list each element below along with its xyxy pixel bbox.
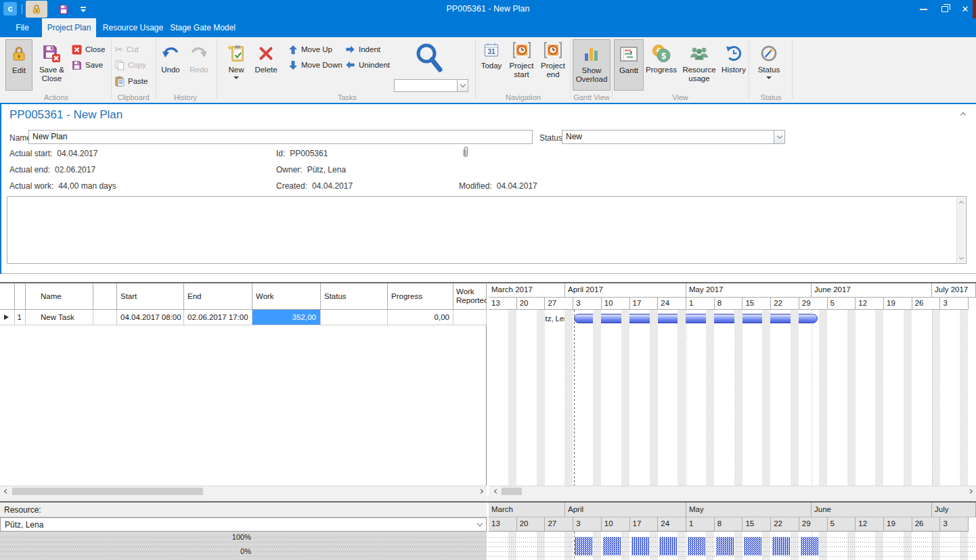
clipboard-group-label: Clipboard bbox=[112, 93, 154, 101]
gantt-task-bar[interactable] bbox=[574, 314, 818, 323]
delete-task-button[interactable]: Delete bbox=[250, 39, 282, 91]
scrollbar-thumb[interactable] bbox=[12, 488, 203, 495]
arrow-left-icon bbox=[346, 60, 355, 70]
restore-button[interactable] bbox=[935, 0, 954, 18]
description-textarea[interactable] bbox=[7, 196, 967, 264]
redo-label: Redo bbox=[190, 66, 208, 74]
header-start[interactable]: Start bbox=[117, 283, 184, 310]
resource-combobox-dropdown[interactable] bbox=[474, 523, 486, 526]
gantt-button[interactable]: Gantt bbox=[614, 39, 644, 91]
navigation-group-label: Navigation bbox=[478, 93, 569, 101]
gantt-horizontal-scrollbar[interactable] bbox=[489, 486, 976, 496]
copy-icon bbox=[115, 60, 125, 70]
project-end-button[interactable]: Project end bbox=[538, 41, 568, 80]
gantt-view-group-label: Gantt View bbox=[571, 93, 612, 101]
status-combobox[interactable]: New bbox=[562, 130, 785, 144]
header-work[interactable]: Work bbox=[252, 283, 321, 310]
scroll-right-arrow[interactable] bbox=[964, 486, 975, 496]
search-button[interactable] bbox=[412, 41, 447, 76]
history-clock-icon bbox=[725, 43, 742, 64]
history-group-label: History bbox=[157, 93, 214, 101]
search-combobox[interactable] bbox=[394, 79, 468, 92]
scroll-right-arrow[interactable] bbox=[475, 486, 486, 496]
search-combobox-dropdown[interactable] bbox=[457, 80, 468, 91]
minimize-button[interactable] bbox=[914, 0, 933, 18]
today-label: Today bbox=[481, 62, 502, 70]
tab-file[interactable]: File bbox=[5, 18, 39, 37]
cell-work-selected[interactable]: 352,00 bbox=[252, 310, 321, 325]
show-overload-button[interactable]: Show Overload bbox=[573, 39, 611, 91]
actual-end-label: Actual end: bbox=[9, 165, 50, 174]
cell-status[interactable] bbox=[321, 310, 388, 325]
row-selector[interactable] bbox=[0, 310, 15, 325]
resource-week-cell: 19 bbox=[884, 517, 912, 532]
resource-month-cell: June bbox=[812, 503, 932, 517]
cell-work-reported[interactable] bbox=[453, 310, 487, 325]
tab-project-plan[interactable]: Project Plan bbox=[42, 18, 96, 37]
scroll-left-arrow[interactable] bbox=[491, 486, 502, 496]
save-button[interactable]: Save bbox=[70, 57, 108, 72]
new-task-button[interactable]: New bbox=[223, 39, 249, 91]
table-horizontal-scrollbar[interactable] bbox=[0, 486, 487, 496]
attachment-paperclip-icon[interactable] bbox=[461, 146, 469, 160]
axis-label-100: 100% bbox=[230, 533, 253, 541]
resource-combobox[interactable]: Pütz, Lena bbox=[0, 517, 487, 532]
weekend-stripe bbox=[564, 310, 573, 486]
cell-progress[interactable]: 0,00 bbox=[388, 310, 453, 325]
tab-resource-usage[interactable]: Resource Usage bbox=[102, 18, 164, 37]
resource-week-cell: 27 bbox=[545, 517, 573, 532]
modified-field: Modified: 04.04.2017 bbox=[459, 181, 537, 191]
status-label: Status bbox=[758, 66, 780, 74]
status-combobox-dropdown[interactable] bbox=[774, 131, 784, 143]
cell-name[interactable]: New Task bbox=[26, 310, 93, 325]
header-icon-col[interactable] bbox=[93, 283, 117, 310]
gantt-month-cell: May 2017 bbox=[686, 283, 812, 298]
paste-button[interactable]: Paste bbox=[114, 74, 153, 89]
save-and-close-button[interactable]: Save & Close bbox=[35, 39, 68, 91]
header-status[interactable]: Status bbox=[321, 283, 388, 310]
allocation-bar bbox=[603, 537, 621, 555]
header-end[interactable]: End bbox=[184, 283, 252, 310]
name-input[interactable]: New Plan bbox=[28, 130, 533, 144]
month-gridline bbox=[812, 310, 812, 486]
cell-icon[interactable] bbox=[93, 310, 117, 325]
gantt-chart-area[interactable]: Pütz, Lena bbox=[489, 310, 976, 486]
gantt-bar-resource-label: Pütz, Lena bbox=[489, 314, 572, 323]
scroll-up-arrow[interactable] bbox=[957, 197, 966, 206]
status-button[interactable]: Status bbox=[753, 39, 785, 91]
move-down-button[interactable]: Move Down bbox=[287, 57, 344, 72]
close-window-button[interactable]: ✕ bbox=[956, 0, 975, 18]
header-progress[interactable]: Progress bbox=[388, 283, 453, 310]
delete-icon bbox=[258, 43, 274, 64]
unindent-button[interactable]: Unindent bbox=[344, 57, 394, 72]
scroll-down-arrow[interactable] bbox=[957, 254, 966, 262]
gantt-week-cell: 8 bbox=[715, 298, 743, 310]
cell-end[interactable]: 02.06.2017 17:00 bbox=[184, 310, 252, 325]
header-name[interactable]: Name bbox=[26, 283, 93, 310]
project-start-button[interactable]: Project start bbox=[506, 41, 537, 80]
redo-button[interactable]: Redo bbox=[185, 39, 213, 91]
copy-button[interactable]: Copy bbox=[114, 57, 153, 72]
header-work-reported[interactable]: Work Reported bbox=[453, 283, 487, 310]
tab-stage-gate-model[interactable]: Stage Gate Model bbox=[170, 18, 236, 37]
move-up-button[interactable]: Move Up bbox=[287, 42, 344, 57]
edit-button[interactable]: Edit bbox=[5, 39, 32, 91]
created-label: Created: bbox=[276, 181, 307, 191]
gantt-week-cell: 29 bbox=[799, 298, 828, 310]
today-button[interactable]: 31 Today bbox=[478, 41, 505, 80]
close-button[interactable]: Close bbox=[70, 42, 108, 57]
chevron-down-icon bbox=[477, 521, 483, 526]
resource-usage-button[interactable]: Resource usage bbox=[679, 39, 719, 91]
indent-button[interactable]: Indent bbox=[344, 42, 394, 57]
gantt-month-cell: July 2017 bbox=[932, 283, 976, 298]
collapse-form-button[interactable] bbox=[956, 111, 970, 120]
cut-button[interactable]: ✂ Cut bbox=[114, 42, 153, 57]
scroll-left-arrow[interactable] bbox=[1, 486, 12, 496]
group-separator bbox=[156, 39, 156, 99]
description-scrollbar[interactable] bbox=[956, 197, 965, 262]
undo-button[interactable]: Undo bbox=[157, 39, 184, 91]
progress-button[interactable]: €$ Progress bbox=[644, 39, 678, 91]
history-view-button[interactable]: History bbox=[720, 39, 747, 91]
scrollbar-thumb[interactable] bbox=[502, 488, 522, 495]
cell-start[interactable]: 04.04.2017 08:00 bbox=[117, 310, 184, 325]
